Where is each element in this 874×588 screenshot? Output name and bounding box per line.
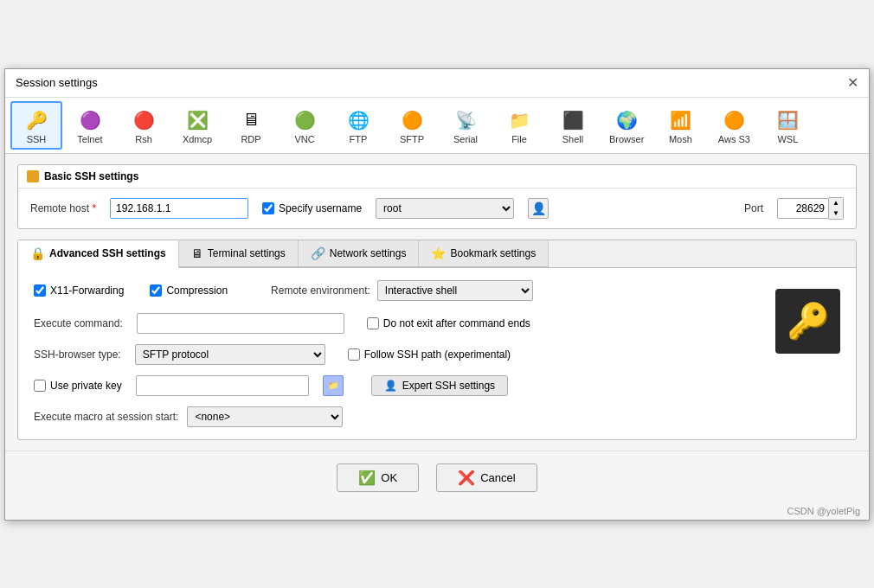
- bookmark-tab-label: Bookmark settings: [450, 247, 536, 259]
- ftp-icon: 🌐: [344, 106, 372, 134]
- compression-label[interactable]: Compression: [150, 284, 228, 297]
- execute-command-input[interactable]: [137, 313, 344, 334]
- ssh-browser-select[interactable]: SFTP protocol SCP protocol None: [135, 344, 325, 365]
- toolbar-item-shell[interactable]: ⬛ Shell: [547, 101, 599, 150]
- telnet-icon: 🟣: [76, 106, 104, 134]
- awss3-label: Aws S3: [718, 134, 750, 144]
- private-key-input[interactable]: [136, 375, 309, 396]
- tab-bookmark[interactable]: ⭐ Bookmark settings: [419, 240, 549, 267]
- remote-host-label: Remote host *: [30, 202, 96, 214]
- x11-forwarding-label[interactable]: X11-Forwarding: [34, 284, 124, 297]
- rdp-label: RDP: [241, 134, 260, 144]
- ssh-icon: 🔑: [22, 106, 50, 134]
- close-button[interactable]: ✕: [847, 76, 858, 90]
- follow-ssh-path-checkbox[interactable]: [348, 348, 360, 361]
- toolbar-item-telnet[interactable]: 🟣 Telnet: [64, 101, 116, 150]
- advanced-tabs-container: 🔒 Advanced SSH settings 🖥 Terminal setti…: [17, 240, 857, 440]
- execute-command-label: Execute command:: [34, 317, 123, 329]
- telnet-label: Telnet: [77, 134, 102, 144]
- xdmcp-label: Xdmcp: [183, 134, 212, 144]
- network-tab-label: Network settings: [330, 247, 407, 259]
- basic-settings-row: Remote host * Specify username root 👤 Po…: [18, 189, 856, 228]
- shell-icon: ⬛: [559, 106, 587, 134]
- toolbar-item-mosh[interactable]: 📶 Mosh: [654, 101, 706, 150]
- specify-username-label: Specify username: [279, 202, 362, 214]
- execute-macro-label: Execute macro at session start:: [34, 411, 178, 423]
- adv-checkboxes-row: X11-Forwarding Compression Remote enviro…: [34, 280, 762, 301]
- cancel-button[interactable]: ❌ Cancel: [436, 463, 537, 492]
- expert-btn-icon: 👤: [384, 380, 397, 392]
- port-spin-buttons: ▲ ▼: [829, 197, 844, 220]
- browser-icon: 🌍: [613, 106, 640, 134]
- specify-username-checkbox[interactable]: [262, 202, 274, 214]
- do-not-exit-label[interactable]: Do not exit after command ends: [367, 317, 530, 329]
- ssh-browser-row: SSH-browser type: SFTP protocol SCP prot…: [34, 344, 762, 365]
- browser-label: Browser: [609, 134, 644, 144]
- watermark: CSDN @yoletPig: [5, 504, 869, 520]
- toolbar: 🔑 SSH 🟣 Telnet 🔴 Rsh ❎ Xdmcp 🖥 RDP 🟢 VNC…: [5, 98, 869, 154]
- serial-label: Serial: [453, 134, 478, 144]
- toolbar-item-file[interactable]: 📁 File: [493, 101, 545, 150]
- sftp-label: SFTP: [400, 134, 424, 144]
- toolbar-item-ftp[interactable]: 🌐 FTP: [332, 101, 384, 150]
- adv-left-panel: X11-Forwarding Compression Remote enviro…: [34, 280, 762, 427]
- follow-ssh-path-label[interactable]: Follow SSH path (experimental): [348, 348, 511, 361]
- adv-right-panel: 🔑: [775, 280, 840, 427]
- port-spinner: ▲ ▼: [777, 197, 844, 220]
- toolbar-item-vnc[interactable]: 🟢 VNC: [279, 101, 331, 150]
- expert-ssh-settings-button[interactable]: 👤 Expert SSH settings: [371, 375, 508, 396]
- x11-forwarding-checkbox[interactable]: [34, 284, 46, 297]
- do-not-exit-checkbox[interactable]: [367, 317, 379, 329]
- vnc-label: VNC: [294, 134, 314, 144]
- advanced-tab-content: X11-Forwarding Compression Remote enviro…: [18, 268, 856, 439]
- sftp-icon: 🟠: [398, 106, 426, 134]
- bookmark-tab-icon: ⭐: [431, 246, 446, 260]
- specify-username-checkbox-label[interactable]: Specify username: [262, 202, 362, 214]
- ok-button[interactable]: ✅ OK: [337, 463, 419, 492]
- port-spin-up[interactable]: ▲: [829, 198, 843, 208]
- port-spin-down[interactable]: ▼: [829, 208, 843, 219]
- tab-terminal[interactable]: 🖥 Terminal settings: [179, 240, 299, 267]
- dialog-title: Session settings: [16, 76, 98, 89]
- advanced-tab-icon: 🔒: [30, 246, 45, 260]
- vnc-icon: 🟢: [291, 106, 318, 134]
- remote-host-input[interactable]: [110, 198, 248, 219]
- execute-macro-select[interactable]: <none>: [187, 406, 343, 427]
- use-private-key-checkbox[interactable]: [34, 380, 46, 392]
- ftp-label: FTP: [350, 134, 368, 144]
- basic-settings-title: Basic SSH settings: [44, 170, 138, 182]
- tabs-header: 🔒 Advanced SSH settings 🖥 Terminal setti…: [18, 240, 856, 268]
- file-label: File: [511, 134, 527, 144]
- toolbar-item-xdmcp[interactable]: ❎ Xdmcp: [171, 101, 223, 150]
- toolbar-item-wsl[interactable]: 🪟 WSL: [762, 101, 813, 150]
- expert-btn-label: Expert SSH settings: [402, 380, 495, 392]
- wsl-icon: 🪟: [774, 106, 801, 134]
- toolbar-item-awss3[interactable]: 🟠 Aws S3: [708, 101, 760, 150]
- mosh-icon: 📶: [666, 106, 694, 134]
- port-input[interactable]: [777, 198, 829, 219]
- main-content: Basic SSH settings Remote host * Specify…: [5, 154, 869, 451]
- username-select[interactable]: root: [376, 198, 514, 219]
- toolbar-item-rdp[interactable]: 🖥 RDP: [225, 101, 277, 150]
- toolbar-item-serial[interactable]: 📡 Serial: [440, 101, 492, 150]
- do-not-exit-text: Do not exit after command ends: [383, 317, 530, 329]
- user-icon-button[interactable]: 👤: [528, 198, 549, 219]
- use-private-key-label[interactable]: Use private key: [34, 380, 122, 392]
- remote-env-label: Remote environment:: [271, 284, 370, 297]
- toolbar-item-browser[interactable]: 🌍 Browser: [601, 101, 652, 150]
- tab-network[interactable]: 🔗 Network settings: [299, 240, 420, 267]
- xdmcp-icon: ❎: [183, 106, 211, 134]
- network-tab-icon: 🔗: [311, 246, 325, 260]
- toolbar-item-rsh[interactable]: 🔴 Rsh: [118, 101, 170, 150]
- browse-private-key-button[interactable]: 📁: [323, 375, 344, 396]
- follow-ssh-path-text: Follow SSH path (experimental): [364, 348, 511, 361]
- remote-env-select[interactable]: Interactive shell Command SFTP: [377, 280, 533, 301]
- compression-checkbox[interactable]: [150, 284, 162, 297]
- toolbar-item-ssh[interactable]: 🔑 SSH: [10, 101, 62, 150]
- terminal-tab-label: Terminal settings: [208, 247, 286, 259]
- toolbar-item-sftp[interactable]: 🟠 SFTP: [386, 101, 438, 150]
- x11-forwarding-text: X11-Forwarding: [50, 284, 124, 297]
- tab-advanced[interactable]: 🔒 Advanced SSH settings: [18, 240, 179, 268]
- ssh-label: SSH: [27, 134, 47, 144]
- use-private-key-text: Use private key: [50, 380, 122, 392]
